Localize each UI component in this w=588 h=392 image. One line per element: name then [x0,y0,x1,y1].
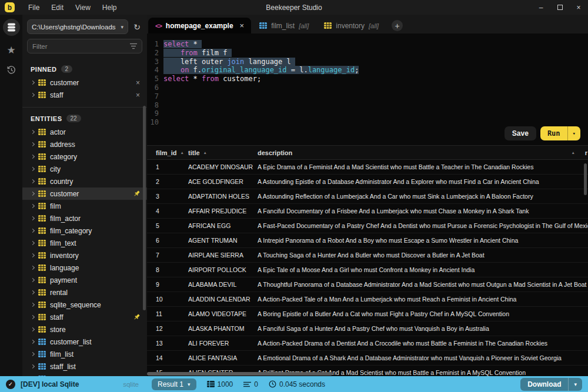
cell-title[interactable]: AGENT TRUMAN [188,237,258,244]
chevron-down-icon[interactable]: ▾ [568,130,580,136]
database-panel-icon[interactable] [3,19,20,36]
results-vertical-scrollbar[interactable] [584,163,587,195]
chevron-right-icon[interactable] [31,179,35,183]
cell-title[interactable]: AIRPORT POLLOCK [188,266,258,273]
cell-title[interactable]: AFRICAN EGG [188,222,258,229]
table-row[interactable]: 12 ALASKA PHANTOM A Fanciful Saga of a H… [147,321,588,336]
entity-item-city[interactable]: city [22,163,147,175]
table-row[interactable]: 2 ACE GOLDFINGER A Astounding Epistle of… [147,175,588,189]
table-row[interactable]: 4 AFFAIR PREJUDICE A Fanciful Documentar… [147,204,588,219]
chevron-right-icon[interactable] [31,93,35,97]
chevron-right-icon[interactable] [31,352,35,356]
cell-title[interactable]: ALADDIN CALENDAR [188,296,258,303]
chevron-right-icon[interactable] [31,192,35,196]
cell-title[interactable]: ALICE FANTASIA [188,354,258,361]
entity-item-film[interactable]: film [22,200,147,212]
chevron-right-icon[interactable] [31,216,35,220]
chevron-right-icon[interactable] [31,167,35,171]
chevron-right-icon[interactable] [31,155,35,159]
cell-title[interactable]: AIRPLANE SIERRA [188,252,258,259]
entity-filter[interactable] [27,39,142,53]
maximize-button[interactable] [550,4,569,12]
menu-edit[interactable]: Edit [45,4,69,12]
cell-description[interactable]: A Action-Packed Tale of a Man And a Lumb… [258,296,588,303]
cell-description[interactable]: A Thoughtful Panorama of a Database Admi… [258,281,588,288]
chevron-right-icon[interactable] [31,130,35,134]
table-row[interactable]: 8 AIRPORT POLLOCK A Epic Tale of a Moose… [147,263,588,277]
entity-item-store[interactable]: store [22,323,147,336]
cell-description[interactable]: A Action-Packed Drama of a Dentist And a… [258,340,588,347]
table-row[interactable]: 10 ALADDIN CALENDAR A Action-Packed Tale… [147,292,588,307]
cell-title[interactable]: ACE GOLDFINGER [188,178,258,185]
table-row[interactable]: 7 AIRPLANE SIERRA A Touching Saga of a H… [147,248,588,263]
filter-input[interactable] [32,43,130,50]
favorites-icon[interactable]: ★ [6,45,15,55]
chevron-right-icon[interactable] [31,340,35,344]
cell-film-id[interactable]: 4 [147,207,188,215]
chevron-right-icon[interactable] [31,229,35,233]
close-button[interactable]: × [569,4,588,12]
connection-select[interactable]: C:\Users\ghstng\Downloads ▾ [27,19,128,34]
menu-file[interactable]: File [22,4,45,12]
entity-item-rental[interactable]: rental [22,286,147,299]
entity-item-actor[interactable]: actor [22,126,147,138]
chevron-right-icon[interactable] [31,315,35,319]
table-row[interactable]: 14 ALICE FANTASIA A Emotional Drama of a… [147,351,588,366]
cell-film-id[interactable]: 5 [147,222,188,229]
cell-film-id[interactable]: 9 [147,281,188,288]
chevron-right-icon[interactable] [31,364,35,368]
chevron-right-icon[interactable] [31,290,35,294]
chevron-right-icon[interactable] [31,303,35,307]
table-row[interactable]: 3 ADAPTATION HOLES A Astounding Reflecti… [147,189,588,204]
entity-item-film_actor[interactable]: film_actor [22,212,147,225]
chevron-right-icon[interactable] [31,278,35,282]
run-button[interactable]: Run ▾ [540,126,580,140]
pin-icon[interactable] [133,190,141,197]
chevron-right-icon[interactable] [31,266,35,270]
chevron-right-icon[interactable] [31,241,35,245]
chevron-right-icon[interactable] [31,81,35,85]
cell-film-id[interactable]: 2 [147,178,188,185]
entity-item-staff_list[interactable]: staff_list [22,360,147,373]
sidebar-scrollbar[interactable] [143,106,146,310]
entity-item-customer_list[interactable]: customer_list [22,336,147,348]
chevron-right-icon[interactable] [31,327,35,331]
cell-film-id[interactable]: 10 [147,296,188,303]
entity-item-country[interactable]: country [22,175,147,187]
sort-asc-icon[interactable]: ▲ [180,150,183,155]
download-button[interactable]: Download ▾ [520,378,582,391]
pin-icon[interactable] [133,313,141,321]
tab-inventory[interactable]: inventory [all] [317,18,386,33]
unpin-icon[interactable]: × [136,79,140,87]
pinned-item-staff[interactable]: staff× [22,89,147,101]
table-row[interactable]: 13 ALI FOREVER A Action-Packed Drama of … [147,336,588,351]
cell-film-id[interactable]: 3 [147,193,188,200]
cell-film-id[interactable]: 13 [147,340,188,347]
cell-description[interactable]: A Intrepid Panorama of a Robot And a Boy… [258,237,588,244]
column-header-description[interactable]: description [258,149,588,156]
pinned-item-customer[interactable]: customer× [22,76,147,89]
entity-item-staff[interactable]: staff [22,311,147,323]
cell-title[interactable]: ALAMO VIDEOTAPE [188,310,258,317]
results-horizontal-scrollbar[interactable] [147,372,332,376]
cell-description[interactable]: A Boring Epistle of a Butler And a Cat w… [258,310,588,317]
cell-description[interactable]: A Epic Tale of a Moose And a Girl who mu… [258,266,588,273]
menu-view[interactable]: View [69,4,96,12]
cell-description[interactable]: A Emotional Drama of a A Shark And a Dat… [258,354,588,361]
table-row[interactable]: 11 ALAMO VIDEOTAPE A Boring Epistle of a… [147,307,588,321]
minimize-button[interactable]: – [532,4,550,12]
entity-item-address[interactable]: address [22,138,147,150]
entity-item-language[interactable]: language [22,262,147,274]
cell-description[interactable]: A Touching Saga of a Hunter And a Butler… [258,252,588,259]
cell-film-id[interactable]: 8 [147,266,188,273]
cell-title[interactable]: ACADEMY DINOSAUR [188,163,258,170]
refresh-icon[interactable]: ↻ [132,22,142,32]
chevron-right-icon[interactable] [31,204,35,208]
cell-description[interactable]: A Astounding Reflection of a Lumberjack … [258,193,588,200]
cell-title[interactable]: ALASKA PHANTOM [188,325,258,332]
close-tab-icon[interactable]: × [240,21,245,30]
tab-homepage_example[interactable]: <>homepage_example× [148,18,251,33]
sql-editor[interactable]: 1select * 2 from film f 3 left outer joi… [147,33,588,145]
entity-item-payment[interactable]: payment [22,274,147,286]
cell-description[interactable]: A Fanciful Saga of a Hunter And a Pastry… [258,325,588,332]
